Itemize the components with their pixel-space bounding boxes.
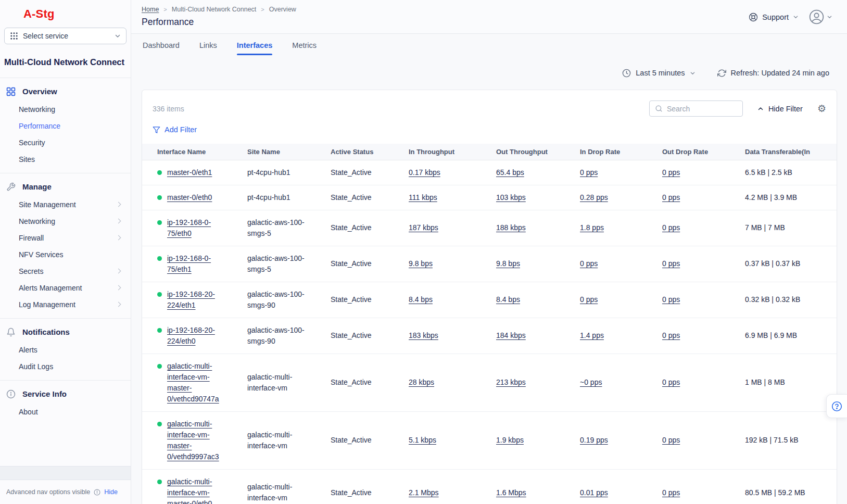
out_drop-link[interactable]: 0 pps [662, 193, 680, 201]
tab-metrics[interactable]: Metrics [292, 41, 317, 55]
sidebar-item-firewall[interactable]: Firewall [0, 230, 131, 246]
column-header[interactable]: Out Drop Rate [662, 144, 745, 160]
cell-in_drop: 0.19 pps [580, 428, 662, 452]
refresh-icon [717, 69, 726, 78]
in_tp-link[interactable]: 111 kbps [409, 193, 437, 201]
breadcrumb-item-multi-cloud-network-connect[interactable]: Multi-Cloud Network Connect [172, 6, 257, 13]
column-header[interactable]: Site Name [247, 144, 331, 160]
data-text: 6.5 kB | 2.5 kB [745, 168, 792, 177]
sidebar-item-alerts[interactable]: Alerts [0, 342, 131, 358]
sidebar-section-service-info[interactable]: Service Info [0, 385, 131, 404]
out_drop-link[interactable]: 0 pps [662, 331, 680, 339]
refresh-button[interactable]: Refresh: Updated 24 min ago [717, 69, 829, 78]
column-header[interactable]: Data Transferable(In [745, 144, 837, 160]
in_tp-link[interactable]: 8.4 bps [409, 295, 433, 304]
sidebar-section-notifications[interactable]: Notifications [0, 323, 131, 342]
nav-section-notifications: Notifications AlertsAudit Logs [0, 319, 131, 375]
column-header[interactable]: Active Status [331, 144, 409, 160]
out_drop-link[interactable]: 0 pps [662, 168, 680, 177]
search-input[interactable] [667, 105, 737, 113]
cell-data: 7 MB | 7 MB [745, 216, 837, 240]
sidebar-item-site-management[interactable]: Site Management [0, 196, 131, 213]
in_tp-link[interactable]: 28 kbps [409, 378, 434, 386]
interface-link[interactable]: master-0/eth1 [167, 167, 212, 178]
in_drop-link[interactable]: 1.4 pps [580, 331, 604, 339]
time-range-dropdown[interactable]: Last 5 minutes [622, 69, 695, 78]
in_drop-link[interactable]: 1.8 pps [580, 223, 604, 232]
out_drop-link[interactable]: 0 pps [662, 436, 680, 444]
sidebar-item-audit-logs[interactable]: Audit Logs [0, 358, 131, 375]
out_tp-link[interactable]: 9.8 bps [496, 259, 520, 268]
in_tp-link[interactable]: 2.1 Mbps [409, 488, 439, 497]
column-header[interactable]: Out Throughput [496, 144, 580, 160]
in_tp-link[interactable]: 187 kbps [409, 223, 438, 232]
out_drop-link[interactable]: 0 pps [662, 223, 680, 232]
in_drop-link[interactable]: 0.01 pps [580, 488, 608, 497]
in_tp-link[interactable]: 183 kbps [409, 331, 438, 339]
interface-link[interactable]: ip-192-168-20-224/eth0 [167, 325, 231, 347]
cell-interface: master-0/eth1 [142, 160, 247, 185]
column-header[interactable]: Interface Name [142, 144, 247, 160]
breadcrumb-item-home[interactable]: Home [142, 6, 159, 13]
in_drop-link[interactable]: 0 pps [580, 295, 598, 304]
account-menu[interactable] [809, 9, 832, 24]
status-text: State_Active [331, 488, 372, 497]
in_tp-link[interactable]: 0.17 kbps [409, 168, 440, 177]
add-filter-button[interactable]: Add Filter [153, 125, 197, 134]
tab-dashboard[interactable]: Dashboard [143, 41, 180, 55]
out_tp-link[interactable]: 65.4 bps [496, 168, 524, 177]
out_tp-link[interactable]: 188 kbps [496, 223, 526, 232]
in_tp-link[interactable]: 5.1 kbps [409, 436, 436, 444]
select-service-dropdown[interactable]: Select service [4, 28, 127, 44]
interface-link[interactable]: ip-192-168-20-224/eth1 [167, 289, 231, 311]
in_drop-link[interactable]: ~0 pps [580, 378, 602, 386]
out_tp-link[interactable]: 1.9 kbps [496, 436, 524, 444]
cell-in_tp: 187 kbps [409, 216, 496, 240]
sidebar-section-overview[interactable]: Overview [0, 82, 131, 101]
in_drop-link[interactable]: 0.28 pps [580, 193, 608, 201]
out_tp-link[interactable]: 184 kbps [496, 331, 526, 339]
hide-nav-link[interactable]: Hide [104, 488, 118, 496]
in_tp-link[interactable]: 9.8 bps [409, 259, 433, 268]
out_tp-link[interactable]: 213 kbps [496, 378, 526, 386]
interface-link[interactable]: galactic-multi-interface-vm-master-0/eth… [167, 476, 231, 504]
sidebar-item-networking[interactable]: Networking [0, 213, 131, 230]
out_drop-link[interactable]: 0 pps [662, 295, 680, 304]
interface-link[interactable]: master-0/eth0 [167, 192, 212, 203]
interface-link[interactable]: galactic-multi-interface-vm-master-0/vet… [167, 361, 231, 405]
sidebar-item-sites[interactable]: Sites [0, 151, 131, 168]
sidebar-item-nfv-services[interactable]: NFV Services [0, 246, 131, 263]
help-button[interactable] [826, 394, 847, 418]
tab-links[interactable]: Links [199, 41, 217, 55]
out_drop-link[interactable]: 0 pps [662, 488, 680, 497]
in_drop-link[interactable]: 0 pps [580, 259, 598, 268]
gear-icon[interactable]: ⚙ [817, 104, 826, 114]
sidebar-item-about[interactable]: About [0, 404, 131, 420]
hide-filter-button[interactable]: Hide Filter [757, 105, 803, 113]
column-header[interactable]: In Throughput [409, 144, 496, 160]
cell-site: pt-4cpu-hub1 [247, 160, 331, 185]
status-dot [157, 256, 162, 261]
tab-interfaces[interactable]: Interfaces [237, 41, 273, 55]
add-filter-row: Add Filter [142, 117, 837, 144]
chevron-down-icon [690, 70, 696, 76]
support-menu[interactable]: Support [749, 12, 799, 22]
sidebar-item-secrets[interactable]: Secrets [0, 263, 131, 280]
interface-link[interactable]: ip-192-168-0-75/eth1 [167, 253, 231, 275]
in_drop-link[interactable]: 0 pps [580, 168, 598, 177]
out_tp-link[interactable]: 1.6 Mbps [496, 488, 526, 497]
sidebar-item-log-management[interactable]: Log Management [0, 296, 131, 313]
column-header[interactable]: In Drop Rate [580, 144, 662, 160]
out_tp-link[interactable]: 103 kbps [496, 193, 526, 201]
sidebar-item-networking[interactable]: Networking [0, 101, 131, 118]
out_drop-link[interactable]: 0 pps [662, 259, 680, 268]
out_drop-link[interactable]: 0 pps [662, 378, 680, 386]
sidebar-item-security[interactable]: Security [0, 134, 131, 151]
interface-link[interactable]: ip-192-168-0-75/eth0 [167, 217, 231, 239]
sidebar-section-manage[interactable]: Manage [0, 178, 131, 196]
in_drop-link[interactable]: 0.19 pps [580, 436, 608, 444]
interface-link[interactable]: galactic-multi-interface-vm-master-0/vet… [167, 419, 231, 462]
sidebar-item-alerts-management[interactable]: Alerts Management [0, 280, 131, 296]
sidebar-item-performance[interactable]: Performance [0, 118, 131, 134]
out_tp-link[interactable]: 8.4 bps [496, 295, 520, 304]
